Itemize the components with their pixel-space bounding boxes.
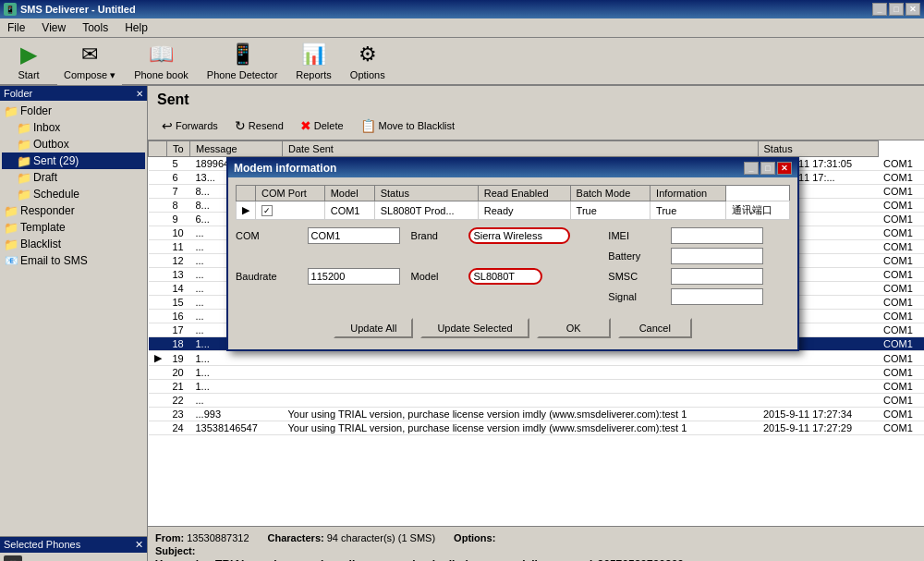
modem-checkbox[interactable] bbox=[261, 205, 273, 216]
modem-col-com: COM Port bbox=[256, 186, 325, 201]
dialog-buttons: Update All Update Selected OK Cancel bbox=[236, 314, 790, 342]
smsc-input[interactable] bbox=[671, 268, 763, 285]
dialog-close-button[interactable]: ✕ bbox=[777, 162, 792, 175]
smsc-label: SMSC bbox=[608, 271, 667, 282]
imei-input[interactable] bbox=[671, 227, 763, 244]
modem-col-check bbox=[237, 186, 256, 201]
modem-row-check bbox=[256, 201, 325, 220]
update-selected-button[interactable]: Update Selected bbox=[420, 318, 529, 338]
brand-label: Brand bbox=[411, 230, 466, 241]
modem-row-arrow: ▶ bbox=[237, 201, 256, 220]
signal-input[interactable] bbox=[671, 288, 763, 305]
modem-form: COM Brand IMEI Battery Baudrate Model SM… bbox=[236, 227, 790, 305]
modem-dialog: Modem information _ □ ✕ COM Port Model S… bbox=[226, 157, 799, 351]
modem-read-value: True bbox=[570, 201, 650, 220]
imei-label: IMEI bbox=[608, 230, 667, 241]
modem-col-batch: Batch Mode bbox=[570, 186, 650, 201]
dialog-title-bar: Modem information _ □ ✕ bbox=[228, 159, 797, 177]
update-all-button[interactable]: Update All bbox=[334, 318, 413, 338]
signal-label: Signal bbox=[608, 291, 667, 302]
modem-com-value: COM1 bbox=[324, 201, 374, 220]
baudrate-label: Baudrate bbox=[236, 271, 304, 282]
dialog-title-text: Modem information bbox=[234, 162, 336, 175]
ok-button[interactable]: OK bbox=[537, 318, 611, 338]
com-label: COM bbox=[236, 230, 304, 241]
battery-input[interactable] bbox=[671, 248, 763, 264]
model-label: Model bbox=[411, 271, 466, 282]
modem-info-value: 通讯端口 bbox=[726, 201, 790, 220]
model-input[interactable] bbox=[468, 268, 542, 285]
dialog-maximize-button[interactable]: □ bbox=[760, 162, 775, 175]
modem-table: COM Port Model Status Read Enabled Batch… bbox=[236, 185, 790, 220]
modem-status-value: Ready bbox=[478, 201, 570, 220]
modem-col-read: Read Enabled bbox=[478, 186, 570, 201]
modem-model-value: SL8080T Prod... bbox=[374, 201, 478, 220]
baudrate-input[interactable] bbox=[308, 268, 400, 285]
modem-batch-value: True bbox=[650, 201, 726, 220]
com-input[interactable] bbox=[308, 227, 400, 244]
modem-col-status: Status bbox=[374, 186, 478, 201]
battery-label: Battery bbox=[608, 250, 667, 262]
dialog-controls[interactable]: _ □ ✕ bbox=[744, 162, 792, 175]
dialog-minimize-button[interactable]: _ bbox=[744, 162, 759, 175]
cancel-button[interactable]: Cancel bbox=[618, 318, 692, 338]
dialog-body: COM Port Model Status Read Enabled Batch… bbox=[228, 177, 797, 349]
modem-col-info: Information bbox=[650, 186, 726, 201]
modem-col-model: Model bbox=[324, 186, 374, 201]
dialog-overlay: Modem information _ □ ✕ COM Port Model S… bbox=[0, 0, 924, 561]
brand-input[interactable] bbox=[468, 227, 570, 244]
modem-row[interactable]: ▶ COM1 SL8080T Prod... Ready True True 通… bbox=[237, 201, 790, 220]
